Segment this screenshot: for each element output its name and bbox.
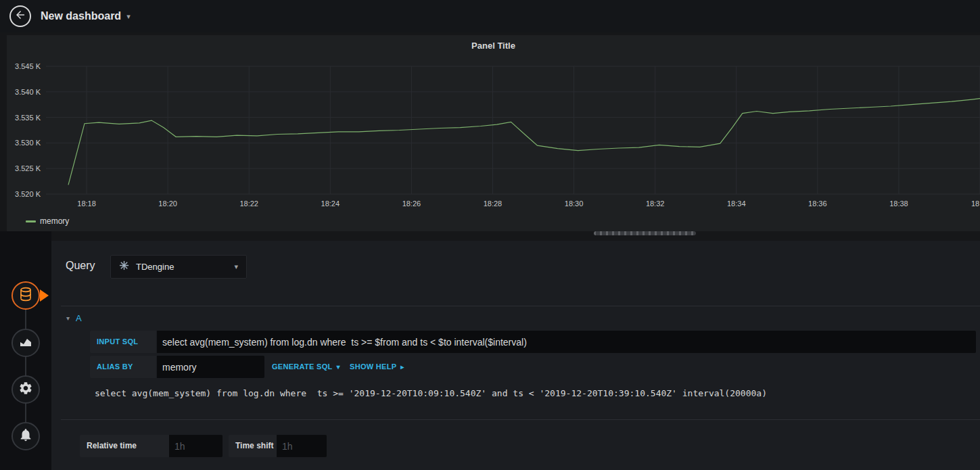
svg-text:18:28: 18:28 xyxy=(484,199,503,208)
generated-sql-preview: select avg(mem_system) from log.dn where… xyxy=(95,388,767,398)
input-sql-field[interactable] xyxy=(157,331,976,353)
svg-text:3.530 K: 3.530 K xyxy=(15,139,41,147)
tabstrip-connector-line xyxy=(25,296,26,436)
svg-text:3.525 K: 3.525 K xyxy=(15,164,41,172)
show-help-label: SHOW HELP xyxy=(350,356,396,378)
query-section-title: Query xyxy=(66,260,95,272)
svg-text:18:26: 18:26 xyxy=(402,199,421,208)
input-sql-label: INPUT SQL xyxy=(90,331,156,353)
database-icon xyxy=(18,286,34,305)
svg-text:18:30: 18:30 xyxy=(565,199,584,208)
svg-text:18:18: 18:18 xyxy=(77,199,96,208)
legend-series-color xyxy=(26,220,36,222)
section-divider xyxy=(61,306,980,306)
tab-alert[interactable] xyxy=(11,422,40,450)
svg-text:3.540 K: 3.540 K xyxy=(15,88,41,96)
svg-text:18: 18 xyxy=(971,199,979,208)
area-chart-icon xyxy=(18,333,34,352)
dashboard-title: New dashboard xyxy=(41,10,121,22)
svg-text:18:32: 18:32 xyxy=(646,199,665,208)
relative-time-label: Relative time xyxy=(80,435,169,457)
panel-title[interactable]: Panel Title xyxy=(7,41,980,51)
svg-text:18:36: 18:36 xyxy=(808,199,827,208)
edit-tabstrip xyxy=(0,231,51,470)
query-ref-toggle[interactable]: ▾ A xyxy=(66,310,82,326)
active-tab-arrow-icon xyxy=(40,289,49,302)
arrow-left-icon xyxy=(14,9,26,24)
alias-by-field[interactable] xyxy=(157,356,264,378)
svg-text:3.520 K: 3.520 K xyxy=(15,190,41,198)
graph-panel: 3.545 K3.540 K3.535 K3.530 K3.525 K3.520… xyxy=(7,35,980,231)
alias-by-label: ALIAS BY xyxy=(90,356,156,378)
legend-series-label: memory xyxy=(40,216,69,226)
bell-icon xyxy=(18,427,33,445)
time-shift-label: Time shift xyxy=(229,435,277,457)
svg-text:18:22: 18:22 xyxy=(239,199,258,208)
chevron-down-icon: ▾ xyxy=(337,356,340,378)
relative-time-field[interactable] xyxy=(169,435,223,457)
svg-text:18:20: 18:20 xyxy=(158,199,177,208)
triangle-right-icon: ▸ xyxy=(400,356,404,378)
tab-visualization[interactable] xyxy=(11,329,40,357)
query-ref-id: A xyxy=(76,313,82,323)
show-help-button[interactable]: SHOW HELP ▸ xyxy=(350,356,404,378)
chevron-down-icon: ▾ xyxy=(126,12,131,21)
chevron-down-icon: ▾ xyxy=(234,262,238,271)
svg-text:18:24: 18:24 xyxy=(321,199,340,208)
generate-sql-button[interactable]: GENERATE SQL ▾ xyxy=(272,356,340,378)
back-button[interactable] xyxy=(9,5,31,27)
legend-item-memory[interactable]: memory xyxy=(26,216,69,226)
svg-text:3.535 K: 3.535 K xyxy=(15,114,41,122)
datasource-name: TDengine xyxy=(136,262,227,272)
svg-text:18:38: 18:38 xyxy=(889,199,908,208)
time-shift-field[interactable] xyxy=(277,435,327,457)
svg-text:18:34: 18:34 xyxy=(727,199,746,208)
time-series-chart[interactable]: 3.545 K3.540 K3.535 K3.530 K3.525 K3.520… xyxy=(7,35,980,231)
datasource-picker[interactable]: TDengine ▾ xyxy=(110,255,247,279)
gear-icon xyxy=(18,381,33,398)
top-navbar: New dashboard ▾ xyxy=(0,0,980,32)
tab-queries[interactable] xyxy=(11,281,40,310)
chevron-down-icon: ▾ xyxy=(66,314,70,322)
tdengine-logo-icon xyxy=(119,260,129,273)
grafana-app: New dashboard ▾ 3.545 K3.540 K3.535 K3.5… xyxy=(0,0,980,470)
tab-general[interactable] xyxy=(11,375,40,404)
generate-sql-label: GENERATE SQL xyxy=(272,356,333,378)
panel-resize-handle[interactable] xyxy=(594,231,696,235)
dashboard-title-menu[interactable]: New dashboard ▾ xyxy=(41,0,131,32)
svg-text:3.545 K: 3.545 K xyxy=(15,62,41,70)
section-divider xyxy=(61,419,980,420)
